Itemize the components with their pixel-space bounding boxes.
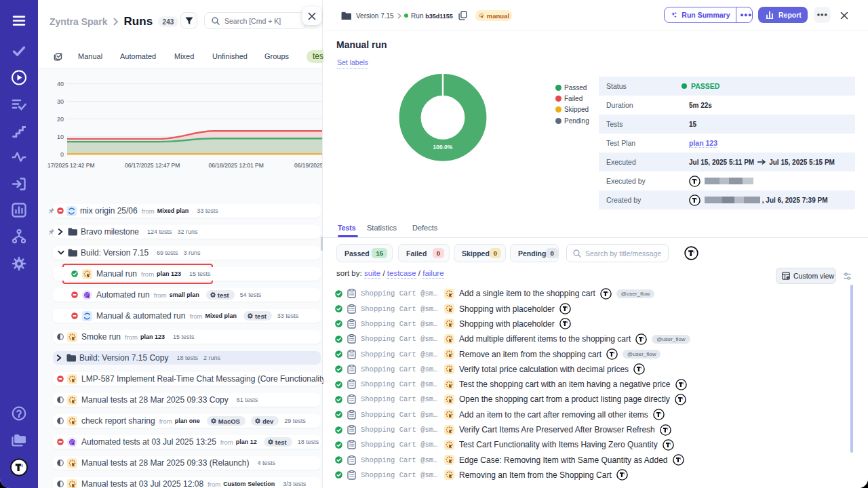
svg-text:30: 30 <box>57 98 64 105</box>
svg-text:100.0%: 100.0% <box>433 144 453 150</box>
svg-text:06/17/2025 12:47 PM: 06/17/2025 12:47 PM <box>125 162 180 169</box>
svg-text:06/19/2025: 06/19/2025 <box>294 162 322 169</box>
svg-text:06/18/2025 12:01 PM: 06/18/2025 12:01 PM <box>209 162 264 169</box>
svg-text:17/2025 12:42 PM: 17/2025 12:42 PM <box>47 162 94 169</box>
svg-text:0: 0 <box>60 151 64 158</box>
svg-text:10: 10 <box>57 134 64 140</box>
svg-text:40: 40 <box>57 81 64 87</box>
svg-text:20: 20 <box>57 116 64 123</box>
